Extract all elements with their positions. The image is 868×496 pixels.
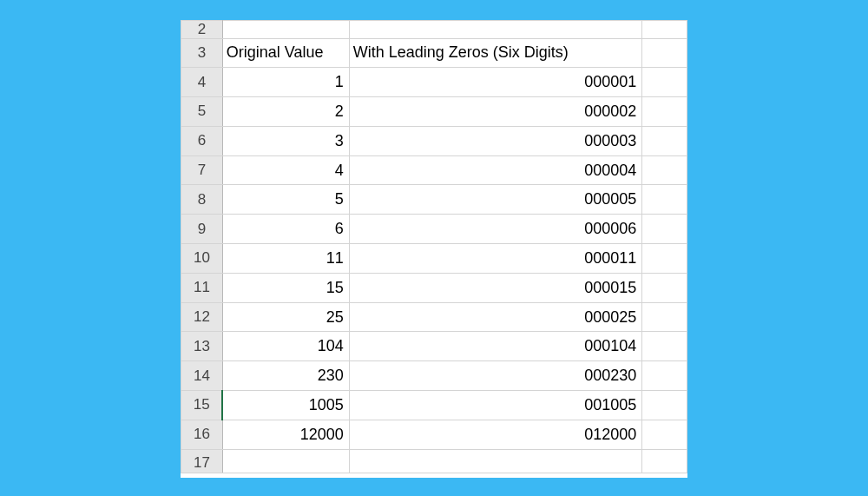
cell-original-value[interactable]: 1 bbox=[222, 68, 349, 97]
cell-original-value[interactable]: 25 bbox=[222, 302, 349, 332]
table-row: 85000005 bbox=[181, 185, 687, 215]
row-header-cell[interactable]: 5 bbox=[181, 97, 223, 127]
cell[interactable] bbox=[642, 68, 687, 97]
cell-original-value[interactable]: 104 bbox=[222, 332, 349, 361]
cell-original-value[interactable]: 2 bbox=[222, 97, 349, 127]
cell-leading-zeros[interactable]: 000005 bbox=[349, 185, 642, 215]
cell[interactable] bbox=[642, 38, 687, 68]
table-row: 52000002 bbox=[181, 97, 687, 127]
table-header-row: 3Original ValueWith Leading Zeros (Six D… bbox=[181, 38, 687, 68]
cell[interactable] bbox=[642, 155, 687, 185]
row-header-cell[interactable]: 2 bbox=[181, 20, 223, 38]
table-body: 23Original ValueWith Leading Zeros (Six … bbox=[181, 20, 687, 473]
cell-original-value[interactable]: 11 bbox=[222, 244, 349, 274]
table-row: 1612000012000 bbox=[181, 420, 687, 449]
cell-leading-zeros[interactable]: 000006 bbox=[349, 215, 642, 244]
cell-original-value[interactable]: 6 bbox=[222, 215, 349, 244]
cell[interactable] bbox=[642, 302, 687, 332]
cell-leading-zeros[interactable]: 000011 bbox=[349, 244, 642, 274]
cell-leading-zeros[interactable]: 000025 bbox=[349, 302, 642, 332]
cell[interactable] bbox=[349, 20, 642, 38]
cell-original-value[interactable]: 5 bbox=[222, 185, 349, 215]
row-header-cell[interactable]: 4 bbox=[181, 68, 223, 97]
row-header-cell[interactable]: 16 bbox=[181, 420, 223, 449]
table-row: 96000006 bbox=[181, 215, 687, 244]
row-header-cell[interactable]: 10 bbox=[181, 244, 223, 274]
column-header-leading-zeros[interactable]: With Leading Zeros (Six Digits) bbox=[349, 38, 642, 68]
row-header-cell[interactable]: 3 bbox=[181, 38, 223, 68]
table-row-partial: 2 bbox=[181, 20, 687, 38]
cell[interactable] bbox=[642, 449, 687, 473]
table-row-partial: 17 bbox=[181, 449, 687, 473]
table-row: 1011000011 bbox=[181, 244, 687, 274]
cell[interactable] bbox=[349, 449, 642, 473]
cell-leading-zeros[interactable]: 000001 bbox=[349, 68, 642, 97]
row-header-cell[interactable]: 17 bbox=[181, 449, 223, 473]
row-header-cell[interactable]: 11 bbox=[181, 273, 223, 302]
cell-leading-zeros[interactable]: 001005 bbox=[349, 391, 642, 420]
row-header-cell[interactable]: 6 bbox=[181, 126, 223, 155]
table-row: 1115000015 bbox=[181, 273, 687, 302]
cell[interactable] bbox=[642, 215, 687, 244]
table-row: 14230000230 bbox=[181, 361, 687, 391]
data-table: 23Original ValueWith Leading Zeros (Six … bbox=[181, 20, 687, 473]
cell[interactable] bbox=[642, 420, 687, 449]
cell-leading-zeros[interactable]: 012000 bbox=[349, 420, 642, 449]
cell-leading-zeros[interactable]: 000015 bbox=[349, 273, 642, 302]
cell-original-value[interactable]: 15 bbox=[222, 273, 349, 302]
row-header-cell[interactable]: 15 bbox=[181, 391, 223, 420]
table-row: 151005001005 bbox=[181, 391, 687, 420]
table-row: 1225000025 bbox=[181, 302, 687, 332]
cell[interactable] bbox=[642, 97, 687, 127]
cell[interactable] bbox=[642, 332, 687, 361]
cell-leading-zeros[interactable]: 000004 bbox=[349, 155, 642, 185]
column-header-original[interactable]: Original Value bbox=[222, 38, 349, 68]
cell-original-value[interactable]: 4 bbox=[222, 155, 349, 185]
row-header-cell[interactable]: 14 bbox=[181, 361, 223, 391]
table-row: 74000004 bbox=[181, 155, 687, 185]
cell[interactable] bbox=[642, 391, 687, 420]
cell-original-value[interactable]: 1005 bbox=[222, 391, 349, 420]
cell[interactable] bbox=[642, 20, 687, 38]
cell[interactable] bbox=[642, 273, 687, 302]
cell[interactable] bbox=[642, 244, 687, 274]
row-header-cell[interactable]: 9 bbox=[181, 215, 223, 244]
cell-original-value[interactable]: 12000 bbox=[222, 420, 349, 449]
row-header-cell[interactable]: 12 bbox=[181, 302, 223, 332]
cell[interactable] bbox=[642, 185, 687, 215]
cell-leading-zeros[interactable]: 000002 bbox=[349, 97, 642, 127]
table-row: 13104000104 bbox=[181, 332, 687, 361]
cell-original-value[interactable]: 3 bbox=[222, 126, 349, 155]
cell[interactable] bbox=[222, 449, 349, 473]
cell[interactable] bbox=[642, 126, 687, 155]
cell-leading-zeros[interactable]: 000003 bbox=[349, 126, 642, 155]
table-row: 41000001 bbox=[181, 68, 687, 97]
row-header-cell[interactable]: 8 bbox=[181, 185, 223, 215]
cell-leading-zeros[interactable]: 000104 bbox=[349, 332, 642, 361]
spreadsheet: 23Original ValueWith Leading Zeros (Six … bbox=[181, 20, 687, 478]
row-header-cell[interactable]: 13 bbox=[181, 332, 223, 361]
cell[interactable] bbox=[642, 361, 687, 391]
cell-leading-zeros[interactable]: 000230 bbox=[349, 361, 642, 391]
table-row: 63000003 bbox=[181, 126, 687, 155]
row-header-cell[interactable]: 7 bbox=[181, 155, 223, 185]
cell-original-value[interactable]: 230 bbox=[222, 361, 349, 391]
cell[interactable] bbox=[222, 20, 349, 38]
